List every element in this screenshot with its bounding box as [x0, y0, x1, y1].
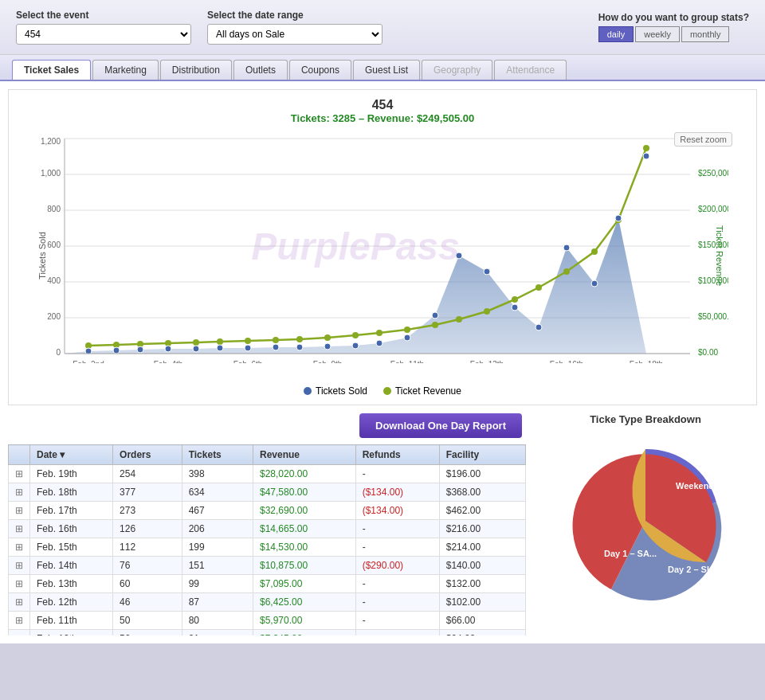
svg-point-45: [484, 308, 490, 315]
date-label: Select the date range: [207, 10, 382, 21]
revenue-value: $249,505.00: [417, 112, 474, 124]
row-date: Feb. 12th: [30, 593, 113, 612]
row-icon[interactable]: ⊞: [9, 593, 30, 612]
row-refunds: ($134.00): [355, 502, 439, 520]
svg-text:Feb. 16th: Feb. 16th: [550, 360, 583, 363]
row-revenue: $6,425.00: [253, 593, 356, 612]
row-icon[interactable]: ⊞: [9, 483, 30, 502]
col-date[interactable]: Date ▾: [30, 445, 113, 465]
row-icon[interactable]: ⊞: [9, 612, 30, 630]
row-refunds: -: [355, 465, 439, 483]
weekly-button[interactable]: weekly: [635, 26, 680, 42]
row-date: Feb. 19th: [30, 465, 113, 483]
subtitle-sep: – Revenue:: [359, 112, 414, 124]
download-one-day-report-button[interactable]: Download One Day Report: [359, 413, 522, 438]
table-row: ⊞ Feb. 12th 46 87 $6,425.00 - $102.00: [9, 593, 526, 612]
table-row: ⊞ Feb. 17th 273 467 $32,690.00 ($134.00)…: [9, 502, 526, 520]
tab-marketing[interactable]: Marketing: [92, 60, 159, 80]
tab-distribution[interactable]: Distribution: [160, 60, 232, 80]
reset-zoom-button[interactable]: Reset zoom: [674, 132, 732, 147]
svg-point-35: [217, 338, 223, 345]
pie-title: Ticke Type Breakdown: [534, 413, 757, 425]
tab-outlets[interactable]: Outlets: [233, 60, 288, 80]
tab-ticket-sales[interactable]: Ticket Sales: [12, 60, 91, 80]
row-icon[interactable]: ⊞: [9, 538, 30, 557]
table-row: ⊞ Feb. 11th 50 80 $5,970.00 - $66.00: [9, 612, 526, 630]
row-refunds: -: [355, 612, 439, 630]
legend-tickets-sold: Tickets Sold: [304, 385, 367, 397]
pie-label-day2: Day 2 – SU...: [668, 565, 720, 574]
row-orders: 254: [113, 465, 182, 483]
pie-label-weekend: Weekend Pa...: [676, 481, 735, 491]
row-date: Feb. 11th: [30, 612, 113, 630]
row-tickets: 467: [182, 502, 253, 520]
row-tickets: 634: [182, 483, 253, 502]
table-row: ⊞ Feb. 15th 112 199 $14,530.00 - $214.00: [9, 538, 526, 557]
svg-text:Feb. 6th: Feb. 6th: [233, 360, 263, 363]
row-refunds: -: [355, 593, 439, 612]
table-scroll[interactable]: Date ▾ Orders Tickets Revenue Refunds Fa…: [8, 444, 526, 635]
tab-coupons[interactable]: Coupons: [289, 60, 351, 80]
tab-guest-list[interactable]: Guest List: [353, 60, 420, 80]
chart-subtitle: Tickets: 3285 – Revenue: $249,505.00: [17, 112, 748, 124]
row-revenue: $10,875.00: [253, 557, 356, 575]
row-tickets: 80: [182, 612, 253, 630]
row-facility: $196.00: [439, 465, 525, 483]
date-select[interactable]: All days on Sale: [207, 24, 382, 45]
svg-point-34: [193, 339, 199, 346]
svg-point-73: [643, 153, 649, 159]
monthly-button[interactable]: monthly: [681, 26, 730, 42]
svg-text:$50,000.00: $50,000.00: [698, 312, 728, 321]
svg-text:1,000: 1,000: [41, 169, 61, 178]
svg-point-43: [432, 322, 438, 328]
svg-point-37: [273, 337, 279, 343]
table-header: Date ▾ Orders Tickets Revenue Refunds Fa…: [9, 445, 526, 465]
row-refunds: -: [355, 575, 439, 593]
svg-text:Feb. 18th: Feb. 18th: [630, 360, 663, 363]
svg-point-56: [193, 346, 199, 352]
row-date: Feb. 10th: [30, 630, 113, 636]
row-orders: 46: [113, 593, 182, 612]
row-icon[interactable]: ⊞: [9, 557, 30, 575]
row-orders: 377: [113, 483, 182, 502]
row-icon[interactable]: ⊞: [9, 520, 30, 538]
svg-text:$0.00: $0.00: [698, 348, 718, 357]
svg-point-65: [432, 312, 438, 319]
chart-title: 454: [17, 98, 748, 112]
pie-chart-svg: Weekend Pa... Day 1 – SA... Day 2 – SU..…: [550, 433, 741, 608]
daily-button[interactable]: daily: [598, 26, 634, 42]
row-tickets: 206: [182, 520, 253, 538]
row-icon[interactable]: ⊞: [9, 502, 30, 520]
row-date: Feb. 18th: [30, 483, 113, 502]
event-select-group: Select the event 454: [16, 10, 191, 45]
svg-text:0: 0: [56, 348, 61, 357]
row-orders: 56: [113, 630, 182, 636]
row-refunds: -: [355, 520, 439, 538]
svg-point-63: [376, 340, 382, 346]
row-facility: $102.00: [439, 593, 525, 612]
svg-point-57: [217, 345, 223, 351]
row-icon[interactable]: ⊞: [9, 575, 30, 593]
svg-point-72: [615, 215, 622, 221]
row-revenue: $32,690.00: [253, 502, 356, 520]
svg-point-40: [352, 332, 359, 338]
table-body: ⊞ Feb. 19th 254 398 $28,020.00 - $196.00…: [9, 465, 526, 636]
row-facility: $94.00: [439, 630, 525, 636]
pie-container: Weekend Pa... Day 1 – SA... Day 2 – SU..…: [534, 433, 757, 608]
svg-text:Feb. 4th: Feb. 4th: [154, 360, 183, 363]
row-orders: 112: [113, 538, 182, 557]
bottom-section: Download One Day Report Date ▾ Orders Ti…: [8, 413, 757, 635]
svg-point-58: [245, 345, 251, 351]
group-stats: How do you want to group stats? daily we…: [598, 12, 749, 42]
chart-area: 454 Tickets: 3285 – Revenue: $249,505.00…: [8, 89, 757, 405]
svg-point-61: [324, 343, 331, 350]
row-icon[interactable]: ⊞: [9, 630, 30, 636]
event-select[interactable]: 454: [16, 24, 191, 45]
row-icon[interactable]: ⊞: [9, 465, 30, 483]
svg-point-60: [296, 344, 303, 350]
chart-legend: Tickets Sold Ticket Revenue: [17, 385, 748, 397]
svg-point-47: [536, 284, 542, 291]
svg-point-42: [404, 327, 410, 333]
svg-point-53: [113, 347, 120, 354]
main-content: 454 Tickets: 3285 – Revenue: $249,505.00…: [0, 81, 765, 643]
